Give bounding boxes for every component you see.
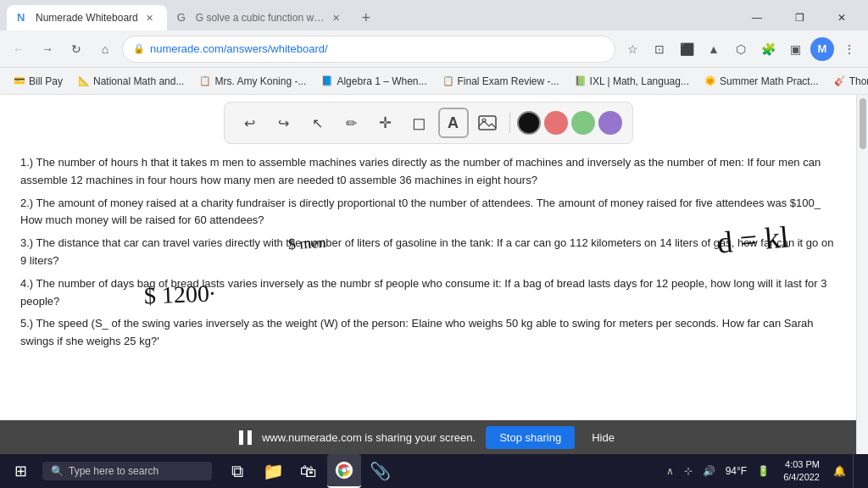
bookmark-label-amy-koning: Mrs. Amy Koning -... — [214, 75, 306, 87]
address-icons: ☆ ⊡ ⬛ ▲ ⬡ 🧩 ▣ M ⋮ — [620, 37, 861, 61]
question-2: 2.) The amount of money raised at a char… — [20, 195, 836, 230]
chevron-up-icon[interactable]: ∧ — [663, 462, 677, 480]
puzzle-icon[interactable]: 🧩 — [756, 37, 780, 61]
taskbar-search[interactable]: 🔍 Type here to search — [42, 462, 212, 480]
color-red[interactable] — [544, 111, 568, 135]
select-tool[interactable]: ↖ — [303, 108, 333, 138]
bookmark-favicon-billpay: 💳 — [14, 75, 25, 86]
tab-close-google[interactable]: ✕ — [330, 11, 343, 25]
battery-icon[interactable]: 🔋 — [754, 462, 773, 480]
pencil-tool[interactable]: ✏ — [337, 108, 367, 138]
show-desktop-button[interactable] — [853, 454, 858, 488]
home-button[interactable]: ⌂ — [93, 37, 117, 61]
url-text: numerade.com/answers/whiteboard/ — [150, 42, 604, 55]
cast2-icon[interactable]: ▣ — [783, 37, 807, 61]
tab-numerade[interactable]: N Numerade Whiteboard ✕ — [7, 5, 167, 30]
profile-icon[interactable]: M — [810, 37, 834, 61]
minimize-button[interactable]: — — [737, 5, 776, 30]
task-view-button[interactable]: ⧉ — [220, 454, 254, 488]
forward-button[interactable]: → — [36, 37, 59, 61]
image-tool[interactable] — [472, 108, 503, 138]
tab-favicon-google: G — [177, 11, 191, 25]
bookmark-billpay[interactable]: 💳 Bill Pay — [7, 73, 70, 90]
microsoft-store-icon[interactable]: 🛍 — [292, 454, 326, 488]
window-controls: — ❐ ✕ — [737, 5, 861, 30]
notifications-icon[interactable]: 🔔 — [830, 462, 849, 480]
toolbar: ↩ ↪ ↖ ✏ ✛ ◻ A — [224, 102, 633, 144]
bookmark-label-algebra: Algebra 1 – When... — [337, 75, 426, 87]
browser-frame: N Numerade Whiteboard ✕ G G solve a cubi… — [0, 0, 868, 488]
cast-icon[interactable]: ⊡ — [648, 37, 671, 61]
stop-sharing-button[interactable]: Stop sharing — [486, 426, 575, 449]
bookmark-favicon-national-math: 📐 — [78, 75, 90, 86]
bookmark-favicon-amy-koning: 📋 — [199, 75, 211, 86]
bookmark-label-national-math: National Math and... — [93, 75, 184, 87]
question-1: 1.) The number of hours h that it takes … — [20, 154, 836, 190]
bookmark-summer-math[interactable]: 🌞 Summer Math Pract... — [698, 73, 826, 90]
bookmark-label-final-exam: Final Exam Review -... — [458, 75, 559, 87]
taskbar-icons: ⧉ 📁 🛍 📎 — [220, 454, 397, 488]
extensions-icon[interactable]: ⬡ — [729, 37, 753, 61]
scroll-thumb[interactable] — [860, 98, 866, 149]
content-area: ↩ ↪ ↖ ✏ ✛ ◻ A — [0, 95, 868, 454]
bookmark-star-icon[interactable]: ☆ — [620, 37, 644, 61]
bookmark-label-thomastik: Thomastik-Infeld C... — [849, 75, 868, 87]
weather-temp[interactable]: 94°F — [722, 462, 750, 480]
date-display: 6/4/2022 — [783, 471, 820, 484]
tab-google[interactable]: G G solve a cubic function with no li...… — [167, 5, 353, 30]
bookmark-favicon-summer-math: 🌞 — [704, 75, 716, 86]
restore-button[interactable]: ❐ — [780, 5, 819, 30]
hide-button[interactable]: Hide — [585, 428, 621, 447]
file-explorer-icon[interactable]: 📁 — [256, 454, 290, 488]
chrome-icon[interactable] — [327, 454, 361, 488]
url-bar[interactable]: 🔒 numerade.com/answers/whiteboard/ — [122, 36, 615, 63]
whiteboard-content: 1.) The number of hours h that it takes … — [7, 154, 849, 351]
sharing-icon: ▐▐ — [235, 430, 252, 444]
bookmark-favicon-thomastik: 🎸 — [834, 75, 846, 86]
tab-title-google: G solve a cubic function with no li... — [196, 12, 325, 24]
text-tool[interactable]: A — [438, 108, 469, 138]
reload-button[interactable]: ↻ — [64, 37, 88, 61]
bookmark-final-exam[interactable]: 📋 Final Exam Review -... — [436, 73, 566, 90]
network-icon[interactable]: ⊹ — [681, 462, 696, 480]
menu-button[interactable]: ⋮ — [837, 37, 861, 61]
search-label: Type here to search — [69, 465, 159, 477]
bookmark-thomastik[interactable]: 🎸 Thomastik-Infeld C... — [827, 73, 868, 90]
new-tab-button[interactable]: + — [353, 5, 379, 30]
bookmark-national-math[interactable]: 📐 National Math and... — [71, 73, 191, 90]
bookmark-ixl[interactable]: 📗 IXL | Math, Languag... — [568, 73, 696, 90]
bookmarks-bar: 💳 Bill Pay 📐 National Math and... 📋 Mrs.… — [0, 68, 868, 95]
bookmark-favicon-ixl: 📗 — [575, 75, 587, 86]
screenshot-icon[interactable]: ⬛ — [675, 37, 698, 61]
eraser-tool[interactable]: ◻ — [404, 108, 435, 138]
scrollbar[interactable] — [856, 95, 868, 454]
color-green[interactable] — [571, 111, 595, 135]
bookmark-favicon-final-exam: 📋 — [442, 75, 454, 86]
tab-title-numerade: Numerade Whiteboard — [36, 12, 138, 24]
volume-icon[interactable]: 🔊 — [699, 462, 719, 480]
whiteboard: ↩ ↪ ↖ ✏ ✛ ◻ A — [0, 95, 856, 454]
pointer-tool[interactable]: ✛ — [370, 108, 401, 138]
tab-close-numerade[interactable]: ✕ — [143, 11, 157, 25]
bookmark-amy-koning[interactable]: 📋 Mrs. Amy Koning -... — [192, 73, 313, 90]
start-button[interactable]: ⊞ — [3, 454, 37, 488]
svg-point-4 — [342, 469, 347, 473]
bookmark-favicon-algebra: 📘 — [321, 75, 333, 86]
sharing-banner: ▐▐ www.numerade.com is sharing your scre… — [0, 420, 856, 454]
undo-button[interactable]: ↩ — [235, 108, 265, 138]
bookmark-label-summer-math: Summer Math Pract... — [720, 75, 819, 87]
question-3: 3.) The distance that car can travel var… — [20, 235, 836, 270]
back-button[interactable]: ← — [7, 37, 31, 61]
app5-icon[interactable]: 📎 — [363, 454, 397, 488]
close-button[interactable]: ✕ — [822, 5, 861, 30]
color-purple[interactable] — [598, 111, 622, 135]
acrobat-icon[interactable]: ▲ — [702, 37, 726, 61]
redo-button[interactable]: ↪ — [269, 108, 299, 138]
search-icon: 🔍 — [51, 465, 64, 477]
bookmark-algebra[interactable]: 📘 Algebra 1 – When... — [314, 73, 433, 90]
address-bar: ← → ↻ ⌂ 🔒 numerade.com/answers/whiteboar… — [0, 30, 868, 68]
taskbar-right: ∧ ⊹ 🔊 94°F 🔋 4:03 PM 6/4/2022 🔔 — [663, 454, 865, 488]
bookmark-label-billpay: Bill Pay — [29, 75, 63, 87]
color-black[interactable] — [517, 111, 541, 135]
time-block[interactable]: 4:03 PM 6/4/2022 — [776, 457, 826, 486]
